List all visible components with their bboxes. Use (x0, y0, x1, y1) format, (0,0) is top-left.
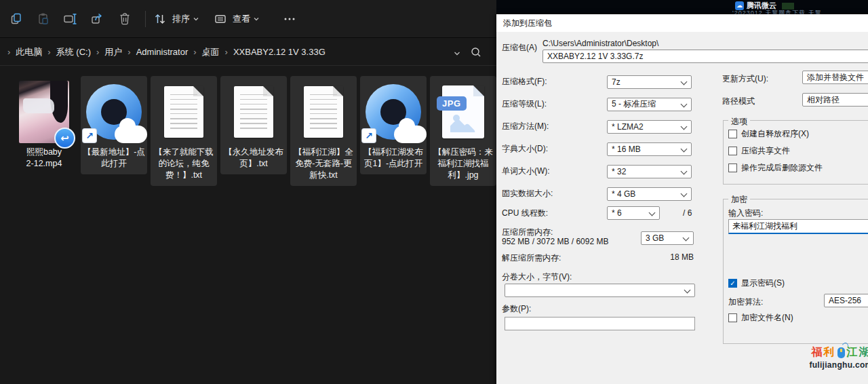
watermark-char: 湖 (859, 345, 868, 360)
background-thumbnail (782, 3, 794, 9)
toolbar-separator (145, 11, 146, 27)
paste-button[interactable] (30, 7, 57, 31)
share-icon (90, 12, 106, 26)
create-sfx-checkbox[interactable]: 创建自释放程序(X) (728, 128, 809, 140)
rename-button[interactable] (57, 7, 84, 31)
checkbox-box-checked (728, 279, 737, 288)
volume-size-combobox[interactable] (505, 284, 695, 297)
add-to-archive-dialog: 添加到压缩包 压缩包(A) C:\Users\Administrator\Des… (496, 14, 868, 384)
decompress-memory-label: 解压缩所需内存: (502, 252, 561, 264)
compression-settings: 压缩格式(F): 7z 压缩等级(L): 5 - 标准压缩 压缩方法(M): *… (502, 71, 692, 205)
sort-icon (153, 12, 167, 26)
watermark-domain: fulijianghu.com (793, 360, 868, 370)
cpu-threads-combobox[interactable]: * 6 (607, 206, 660, 220)
format-row: 压缩格式(F): 7z (502, 71, 692, 93)
word-size-label: 单词大小(W): (502, 166, 607, 177)
show-password-label: 显示密码(S) (741, 277, 785, 289)
file-tile-txt[interactable]: 【福利江湖】全 免费-无套路-更 新快.txt (290, 76, 357, 186)
cpu-threads-label: CPU 线程数: (502, 208, 607, 219)
view-chevron-icon (253, 16, 260, 22)
file-name: 【福利江湖发布 页1】-点此打开 (363, 147, 423, 170)
dialog-titlebar[interactable]: 添加到压缩包 (496, 14, 868, 32)
encrypt-filenames-label: 加密文件名(N) (741, 312, 793, 324)
share-button[interactable] (84, 7, 111, 31)
dialog-title: 添加到压缩包 (503, 18, 552, 29)
fulijianghu-watermark: 福利江湖 fulijianghu.com (793, 345, 868, 370)
level-label: 压缩等级(L): (502, 98, 607, 110)
file-tile-shortcut[interactable]: ↗ 【福利江湖发布 页1】-点此打开 (360, 76, 427, 174)
paste-icon (36, 12, 51, 26)
method-combobox[interactable]: * LZMA2 (607, 120, 692, 134)
format-combobox[interactable]: 7z (607, 75, 692, 89)
shortcut-arrow-icon: ↗ (83, 129, 96, 142)
file-grid: ↩ 熙熙baby 2-12.mp4 ↗ 【最新地址】-点 此打开 (11, 76, 496, 186)
breadcrumb-drive-c[interactable]: 系统 (C:) (52, 43, 96, 61)
trash-icon (117, 12, 132, 26)
solid-block-label: 固实数据大小: (502, 188, 607, 199)
file-name: 【最新地址】-点 此打开 (83, 147, 145, 170)
breadcrumb-users[interactable]: 用户 (100, 43, 127, 61)
watermark-char: 福 (812, 345, 823, 360)
video-thumbnail: ↩ (12, 79, 76, 145)
delete-after-checkbox[interactable]: 操作完成后删除源文件 (728, 162, 823, 174)
copy-icon (9, 12, 24, 26)
checkbox-box (728, 147, 737, 155)
file-tile-txt[interactable]: 【来了就能下载 的论坛，纯免 费！】.txt (151, 76, 217, 186)
update-mode-combobox[interactable]: 添加并替换文件 (802, 71, 868, 84)
delete-after-label: 操作完成后删除源文件 (741, 162, 823, 174)
media-overlay-icon: ↩ (54, 128, 75, 149)
compress-shared-label: 压缩共享文件 (741, 145, 790, 157)
dictionary-combobox[interactable]: * 16 MB (607, 142, 692, 156)
update-mode-label: 更新方式(U): (722, 73, 768, 85)
solid-block-combobox[interactable]: * 4 GB (607, 187, 692, 201)
breadcrumb-desktop[interactable]: 桌面 (197, 43, 224, 61)
checkbox-box (728, 130, 737, 138)
crumb-chevron-icon: › (47, 47, 51, 57)
more-options-button[interactable] (276, 7, 303, 31)
file-tile-txt[interactable]: 【永久地址发布 页】.txt (220, 76, 287, 174)
background-window-strip: ☁ 腾讯微云 '2023012 天翼网盘下载 天翼 (496, 0, 868, 14)
solid-block-row: 固实数据大小: * 4 GB (502, 183, 692, 205)
background-partial-text: '2023012 天翼网盘下载 天翼 (732, 9, 822, 14)
view-button[interactable]: 查看 (213, 7, 264, 31)
sort-chevron-icon (193, 16, 199, 22)
explorer-command-bar: 排序 查看 (0, 0, 496, 38)
archive-name-combobox[interactable]: XXBABY2.12 1V 3.33G.7z (542, 50, 868, 63)
path-mode-combobox[interactable]: 相对路径 (802, 93, 868, 107)
word-size-combobox[interactable]: * 32 (607, 165, 692, 178)
watermark-logo: 福利江湖 (793, 345, 868, 360)
sort-label: 排序 (172, 13, 190, 25)
file-tile-shortcut[interactable]: ↗ 【最新地址】-点 此打开 (81, 76, 147, 174)
encryption-method-combobox[interactable]: AES-256 (824, 294, 868, 307)
compress-shared-checkbox[interactable]: 压缩共享文件 (728, 145, 790, 157)
show-password-checkbox[interactable]: 显示密码(S) (728, 277, 785, 289)
search-icon[interactable] (471, 47, 481, 60)
level-combobox[interactable]: 5 - 标准压缩 (607, 98, 692, 111)
file-name: 【解压密码：来 福利江湖找福 利】.jpg (433, 147, 493, 181)
file-tile-video[interactable]: ↩ 熙熙baby 2-12.mp4 (11, 76, 77, 174)
parameters-input[interactable] (505, 317, 695, 330)
crumb-chevron-icon: › (193, 47, 197, 57)
mouse-icon (837, 347, 845, 358)
create-sfx-label: 创建自释放程序(X) (741, 128, 809, 140)
memory-combobox[interactable]: 3 GB (641, 231, 694, 245)
encryption-method-label: 加密算法: (728, 296, 763, 308)
address-dropdown-chevron-icon[interactable] (453, 48, 461, 58)
breadcrumb-this-pc[interactable]: 此电脑 (11, 43, 47, 61)
sort-button[interactable]: 排序 (153, 7, 203, 31)
word-size-row: 单词大小(W): * 32 (502, 160, 692, 183)
encrypt-filenames-checkbox[interactable]: 加密文件名(N) (728, 312, 793, 324)
shortcut-arrow-icon: ↗ (362, 129, 376, 142)
file-name: 【永久地址发布 页】.txt (224, 147, 283, 170)
copy-button[interactable] (3, 7, 30, 31)
delete-button[interactable] (111, 7, 138, 31)
ellipsis-icon (283, 12, 296, 26)
breadcrumb-current-folder[interactable]: XXBABY2.12 1V 3.33G (229, 44, 330, 60)
view-label: 查看 (233, 13, 250, 25)
password-input[interactable] (728, 219, 868, 234)
method-row: 压缩方法(M): * LZMA2 (502, 115, 692, 138)
file-tile-jpg[interactable]: JPG 【解压密码：来 福利江湖找福 利】.jpg (430, 76, 496, 186)
decompress-memory-value: 18 MB (632, 252, 694, 262)
text-file-icon (234, 86, 273, 138)
breadcrumb-administrator[interactable]: Administrator (132, 44, 193, 60)
